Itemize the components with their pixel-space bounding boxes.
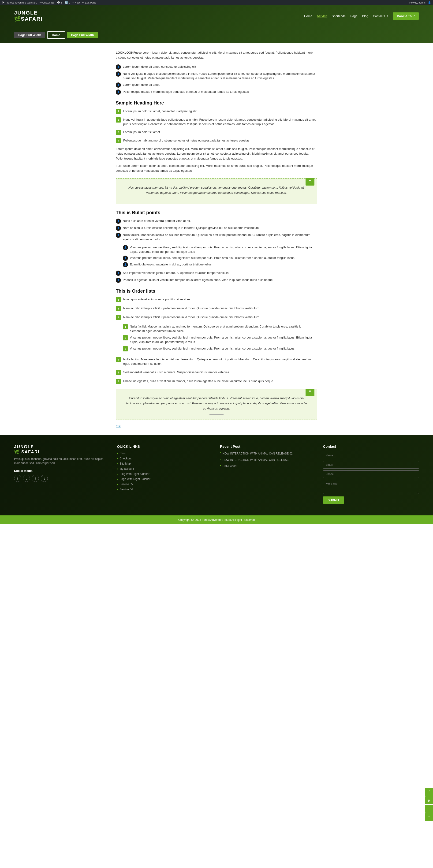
comments-link[interactable]: 💬 3: [57, 1, 62, 4]
nav-page[interactable]: Page: [350, 14, 357, 18]
recent-post-link-1[interactable]: HOW INTERACTION WITH ANIMAL CAN RELEASE …: [223, 452, 292, 456]
site-name-link[interactable]: forest-adventure-tours-pro: [7, 1, 37, 4]
social-facebook-icon[interactable]: f: [14, 475, 21, 482]
logo-line1: JUNGLE: [14, 10, 38, 16]
footer-col-contact: Contact SUBMIT: [323, 444, 419, 504]
social-pinterest-icon[interactable]: p: [23, 475, 30, 482]
list-item: 👤 Vivamus pretium neque libero, sed dign…: [123, 245, 317, 254]
bullet-icon: 👤: [116, 64, 121, 69]
new-content-link[interactable]: + New: [72, 1, 80, 4]
main-content: LOOKLOOKFusce Lorem ipsum dolor sit amet…: [111, 50, 322, 428]
num-badge: 3: [116, 315, 121, 320]
recent-post-3: ● Hello world!: [220, 464, 316, 468]
updates-link[interactable]: 🔄 0: [65, 1, 70, 4]
list-item: ● My account: [117, 467, 213, 470]
footer-description: Proin quis ex rhoncus, gravida odio eu, …: [14, 457, 110, 465]
contact-phone-input[interactable]: [323, 470, 419, 478]
bullet-icon: 👤: [123, 262, 128, 267]
footer-logo: JUNGLE 🌿 SAFARI: [14, 444, 110, 455]
recent-post-link-3[interactable]: Hello world!: [223, 464, 237, 468]
footer-social-label: Social Media: [14, 469, 110, 472]
list-item: 👤 Phasellus egestas, nulla et vestibulum…: [116, 278, 317, 283]
intro-paragraph: LOOKLOOKFusce Lorem ipsum dolor sit amet…: [116, 50, 317, 60]
num-badge: 1: [116, 109, 121, 114]
list-item: 👤 Nunc vel ligula in augue tristique pel…: [116, 71, 317, 81]
num-badge: 5: [116, 370, 121, 375]
site-footer: JUNGLE 🌿 SAFARI Proin quis ex rhoncus, g…: [0, 435, 433, 516]
section1-heading: Sample Heading Here: [116, 100, 317, 106]
bullet-icon: 👤: [116, 90, 121, 95]
nav-bar: JUNGLE 🌿SAFARI Home Service Shortcode Pa…: [0, 5, 433, 27]
link-dot-icon: ●: [117, 463, 118, 465]
admin-avatar-icon[interactable]: 👤: [428, 1, 431, 4]
nav-home[interactable]: Home: [304, 14, 312, 18]
footer-col-quick-links: QUICK LINKS ● Shop ● Checkout ● Site Map…: [117, 444, 213, 504]
link-dot-icon: ●: [117, 458, 118, 460]
list-item: 1 Nunc quis ante et enim viverra porttit…: [116, 297, 317, 302]
footer-link-checkout[interactable]: Checkout: [120, 457, 131, 460]
edit-page-link[interactable]: ✏ Edit Page: [82, 1, 96, 4]
num-badge: 2: [116, 306, 121, 311]
bullet-icon: 👤: [116, 219, 121, 224]
footer-logo-leaf-icon: 🌿: [14, 450, 20, 454]
footer-quick-links-title: QUICK LINKS: [117, 444, 213, 448]
list-item: 5 Sed imperdiet venenatis justo a ornare…: [116, 370, 317, 375]
admin-bar: ⚑ forest-adventure-tours-pro ✏ Customize…: [0, 0, 433, 5]
num-badge: 1: [116, 297, 121, 302]
breadcrumb-home[interactable]: Home: [47, 31, 65, 39]
contact-email-input[interactable]: [323, 461, 419, 469]
book-tour-button[interactable]: Book A Tour: [393, 12, 419, 20]
footer-link-service04[interactable]: Service 04: [120, 488, 133, 491]
customize-link[interactable]: ✏ Customize: [40, 1, 55, 4]
footer-link-blog-right[interactable]: Blog With Right Sidebar: [120, 472, 149, 475]
wp-logo-icon[interactable]: ⚑: [2, 1, 5, 4]
bullet-icon: 👤: [116, 278, 121, 283]
contact-name-input[interactable]: [323, 452, 419, 459]
nav-shortcode[interactable]: Shortcode: [332, 14, 346, 18]
footer-link-service05[interactable]: Service 05: [120, 483, 133, 486]
bullet-icon: 👤: [116, 71, 121, 76]
logo[interactable]: JUNGLE 🌿SAFARI: [14, 10, 43, 22]
list-item: ● Service 05: [117, 483, 213, 486]
nav-contact[interactable]: Contact Us: [373, 14, 388, 18]
footer-link-sitemap[interactable]: Site Map: [120, 462, 130, 465]
num-badge: 4: [116, 138, 121, 144]
num-badge: 2: [116, 117, 121, 123]
contact-submit-button[interactable]: SUBMIT: [323, 496, 344, 504]
list-item: 3 Nam ac nibh id turpis efficitur pellen…: [116, 315, 317, 353]
social-instagram-icon[interactable]: i: [32, 475, 39, 482]
footer-logo-line1: JUNGLE: [14, 444, 110, 450]
num-badge: 6: [116, 379, 121, 384]
body-para-1: Lorem ipsum dolor sit amet, consectetur …: [116, 147, 317, 161]
edit-link[interactable]: Edit: [116, 425, 317, 428]
bullet-icon: 👤: [123, 245, 128, 250]
nav-service[interactable]: Service: [317, 14, 327, 18]
footer-link-shop[interactable]: Shop: [120, 452, 126, 455]
nav-blog[interactable]: Blog: [362, 14, 368, 18]
breadcrumb-page-full-width-1[interactable]: Page Full Width: [14, 32, 45, 38]
contact-form: SUBMIT: [323, 452, 419, 504]
recent-post-link-2[interactable]: HOW INTERACTION WITH ANIMAL CAN RELEASE: [223, 458, 289, 462]
footer-col-recent-posts: Recent Post ● HOW INTERACTION WITH ANIMA…: [220, 444, 316, 504]
list-item: 2 Nunc vel ligula in augue tristique pel…: [116, 117, 317, 126]
intro-bold-1: LOOK: [116, 51, 125, 54]
footer-links-list: ● Shop ● Checkout ● Site Map ● My accoun…: [117, 452, 213, 491]
link-dot-icon: ●: [117, 468, 118, 470]
section2-heading: This is Bullet points: [116, 210, 317, 215]
quote-text-2: Curabitur scelerisque ac nunc et egestas…: [126, 396, 307, 411]
list-item: 1 Lorem ipsum dolor sit amet, consectetu…: [116, 109, 317, 114]
section3-heading: This is Order lists: [116, 288, 317, 294]
list-item: 2 Nam ac nibh id turpis efficitur pellen…: [116, 306, 317, 311]
footer-link-page-right[interactable]: Page With Right Sidebar: [120, 477, 150, 481]
list-item: 👤 Pellentesque habitant morbi tristique …: [116, 90, 317, 95]
link-dot-icon: ●: [117, 489, 118, 491]
intro-bold-2: LOOK: [125, 51, 133, 54]
bullet-icon: 👤: [116, 226, 121, 231]
social-twitter-icon[interactable]: t: [41, 475, 48, 482]
contact-message-input[interactable]: [323, 480, 419, 494]
list-item: 👤 Etiam ligula turpis, vulputate in dui …: [123, 262, 317, 267]
breadcrumb-page-full-width-2[interactable]: Page Full Width: [67, 32, 98, 38]
bullet-icon: 👤: [116, 271, 121, 276]
list-item: ● Shop: [117, 452, 213, 455]
footer-link-myaccount[interactable]: My account: [120, 467, 134, 470]
